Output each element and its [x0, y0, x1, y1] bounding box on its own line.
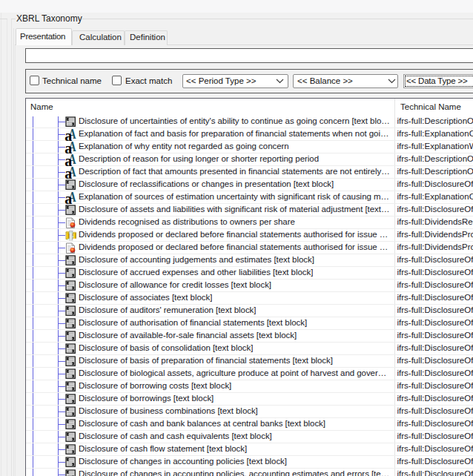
svg-text:a: a — [64, 166, 72, 180]
svg-text:a: a — [64, 191, 72, 205]
